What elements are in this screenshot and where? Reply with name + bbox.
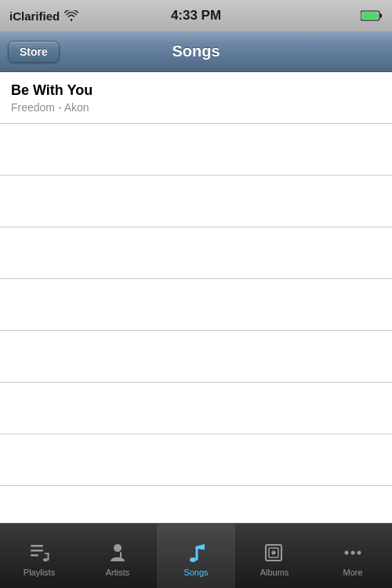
svg-rect-8 [45,553,49,554]
wifi-icon [64,10,78,21]
tab-songs[interactable]: Songs [157,524,235,588]
svg-rect-5 [31,554,38,557]
artists-label: Artists [106,568,130,577]
songs-icon [183,540,209,565]
empty-row [0,383,392,434]
playlists-label: Playlists [24,568,55,577]
more-icon [340,540,365,565]
svg-point-19 [351,550,355,554]
song-list: Be With You Freedom - Akon [0,72,392,523]
tab-albums[interactable]: Albums [235,524,314,588]
songs-label: Songs [183,568,208,577]
empty-row [0,434,392,486]
svg-rect-12 [121,558,122,561]
empty-row [0,486,392,523]
albums-label: Albums [260,568,289,577]
store-button[interactable]: Store [8,41,60,63]
empty-row [0,227,392,279]
svg-point-6 [43,558,48,561]
svg-point-18 [345,550,349,554]
svg-rect-1 [362,13,378,20]
carrier-label: iClarified [9,9,78,23]
nav-title: Songs [172,42,220,60]
battery-icon [361,10,383,21]
empty-row [0,279,392,331]
song-row[interactable]: Be With You Freedom - Akon [0,72,392,124]
tab-more[interactable]: More [314,524,392,588]
svg-point-17 [272,550,276,554]
svg-point-13 [190,557,196,562]
albums-icon [262,540,287,565]
svg-rect-4 [31,550,43,552]
svg-point-9 [114,544,122,552]
status-time: 4:33 PM [171,8,221,24]
status-bar: iClarified 4:33 PM [0,0,392,31]
navigation-bar: Store Songs [0,31,392,72]
empty-row [0,176,392,227]
empty-row [0,124,392,176]
svg-rect-10 [120,552,122,558]
artists-icon [105,540,130,565]
more-label: More [343,568,362,577]
svg-point-20 [358,550,361,554]
carrier-text: iClarified [9,9,60,23]
playlists-icon [27,540,52,565]
tab-playlists[interactable]: Playlists [0,524,78,588]
song-subtitle: Freedom - Akon [11,101,381,114]
svg-rect-3 [31,545,43,547]
empty-row [0,331,392,383]
svg-rect-2 [380,14,383,18]
tab-artists[interactable]: Artists [78,524,157,588]
song-title: Be With You [11,82,381,100]
tab-bar: Playlists Artists Songs [0,523,392,588]
